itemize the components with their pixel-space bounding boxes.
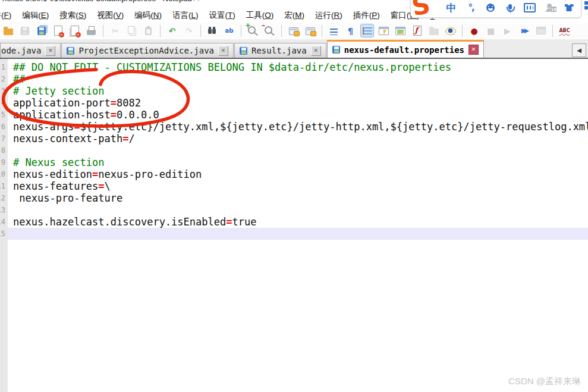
code-line-5: application-host=0.0.0.0	[0, 109, 588, 121]
tab-scroll-left-button[interactable]: ◀	[572, 43, 586, 57]
user-dialog-icon[interactable]	[378, 24, 390, 37]
redo-icon: ↷	[185, 27, 193, 35]
tab-nexus-default-properties[interactable]: nexus-default.properties✕	[327, 40, 484, 58]
close-all-docs-icon[interactable]	[68, 24, 81, 37]
find-icon[interactable]	[206, 24, 219, 37]
ime-toolbox-icon[interactable]	[583, 2, 588, 14]
code-segment: 0.0.0.0	[117, 109, 159, 121]
copy-icon[interactable]	[125, 24, 138, 37]
line-number: 13	[0, 204, 5, 216]
menu-item-language[interactable]: 语言(L)	[167, 8, 204, 23]
cut-icon[interactable]: ✂	[109, 24, 121, 37]
zoom-in-icon	[248, 26, 256, 34]
code-segment: nexus-edition	[13, 168, 92, 180]
word-wrap-icon[interactable]	[328, 24, 340, 37]
sync-vertical-icon	[289, 27, 298, 35]
menu-item-plugins[interactable]: 插件(P)	[348, 8, 385, 23]
tab-close-icon[interactable]: ✕	[218, 46, 228, 56]
ime-emoji-icon[interactable]	[485, 2, 496, 14]
code-line-11: nexus-features=\	[0, 180, 588, 192]
folder-workspace-icon	[429, 29, 439, 35]
code-segment: /	[128, 133, 134, 145]
show-all-characters-icon: ¶	[348, 27, 353, 35]
line-number: 6	[0, 121, 5, 133]
tab-result-java[interactable]: Result.java✕	[234, 43, 326, 58]
ime-chinese-mode-icon[interactable]: 中	[445, 2, 457, 14]
menu-item-edit[interactable]: 编辑(E)	[17, 8, 54, 23]
replace-icon: ab	[225, 28, 234, 34]
menu-item-view[interactable]: 视图(V)	[92, 8, 129, 23]
tab-close-icon[interactable]: ✕	[311, 46, 321, 56]
copy-icon	[128, 26, 134, 34]
save-icon[interactable]	[18, 24, 31, 37]
close-doc-icon[interactable]	[52, 24, 64, 37]
tab-label: nexus-default.properties	[344, 45, 464, 55]
code-segment: ## DO NOT EDIT - CUSTOMIZATIONS BELONG I…	[13, 61, 451, 73]
function-list-icon[interactable]	[411, 24, 423, 37]
indent-guide-icon[interactable]	[361, 24, 373, 37]
sogou-logo-icon[interactable]: S	[410, 0, 432, 20]
ime-chinese-mode-icon: 中	[446, 2, 457, 13]
macro-record-icon[interactable]: ●	[468, 24, 480, 37]
open-file-icon	[4, 29, 13, 35]
tab-projectexceptionadvice-java[interactable]: ProjectExceptionAdvice.java✕	[61, 43, 234, 58]
code-segment: nexus.hazelcast.discovery.isEnabled	[13, 216, 226, 228]
paste-icon[interactable]	[142, 24, 155, 37]
zoom-out-icon[interactable]	[263, 24, 276, 37]
paste-icon	[145, 27, 152, 35]
macro-record-icon: ●	[470, 27, 477, 35]
menu-item-settings[interactable]: 设置(T)	[204, 8, 241, 23]
save-all-icon[interactable]	[35, 24, 48, 37]
save-icon	[332, 46, 340, 54]
macro-stop-icon: ■	[487, 27, 495, 35]
macro-save-icon[interactable]	[534, 24, 547, 37]
tab-label: Result.java	[251, 46, 307, 55]
replace-icon[interactable]: ab	[223, 24, 235, 37]
tab-ode-java[interactable]: ode.java✕	[0, 43, 61, 58]
ime-skin-icon[interactable]	[563, 2, 575, 14]
ime-account-icon[interactable]	[543, 2, 555, 14]
toolbar-separator	[462, 25, 463, 37]
zoom-in-icon[interactable]	[247, 24, 259, 37]
menu-item-file[interactable]: 文件(F)	[0, 8, 17, 23]
ime-account-icon	[546, 8, 553, 12]
code-segment: ${jetty.etc}/jetty.xml,${jetty.etc}/jett…	[80, 121, 588, 133]
folder-workspace-icon[interactable]	[427, 24, 440, 37]
tab-close-icon[interactable]: ✕	[45, 46, 55, 56]
notepad-plus-plus-window: nexus-3.30.1-01\etc\nexus-default.proper…	[0, 0, 588, 392]
spell-check-icon[interactable]: ABC	[558, 24, 571, 37]
menu-item-tools[interactable]: 工具(O)	[241, 8, 279, 23]
macro-play-icon[interactable]: ▶	[501, 24, 514, 37]
save-all-icon	[37, 27, 46, 35]
ime-voice-icon[interactable]	[504, 2, 516, 14]
editor-area[interactable]: ## DO NOT EDIT - CUSTOMIZATIONS BELONG I…	[0, 59, 588, 392]
macro-run-multi-icon[interactable]: ▶▶	[518, 24, 530, 37]
close-doc-icon	[54, 26, 62, 36]
save-icon	[240, 47, 247, 55]
macro-play-icon: ▶	[504, 27, 511, 35]
tab-close-icon[interactable]: ✕	[468, 45, 479, 55]
indent-guide-icon	[363, 27, 372, 35]
redo-icon[interactable]: ↷	[183, 24, 195, 37]
undo-icon[interactable]: ↶	[166, 24, 178, 37]
menu-item-run[interactable]: 运行(R)	[310, 8, 348, 23]
sync-horizontal-icon[interactable]	[304, 24, 316, 37]
tab-label: ProjectExceptionAdvice.java	[78, 46, 214, 55]
ime-soft-keyboard-icon[interactable]	[524, 2, 536, 14]
document-map-icon[interactable]	[394, 24, 407, 37]
menu-item-search[interactable]: 搜索(S)	[54, 8, 92, 23]
sync-horizontal-icon	[306, 27, 315, 35]
sync-vertical-icon[interactable]	[287, 24, 300, 37]
menu-item-encoding[interactable]: 编码(N)	[129, 8, 167, 23]
document-map-icon	[395, 27, 405, 35]
open-file-icon[interactable]	[2, 24, 14, 37]
view-eye-icon	[445, 27, 456, 35]
menu-item-macro[interactable]: 宏(M)	[279, 8, 310, 23]
macro-stop-icon[interactable]: ■	[485, 24, 497, 37]
toolbar-separator	[552, 25, 553, 37]
macro-save-icon	[536, 27, 546, 35]
ime-punctuation-icon[interactable]: °,	[465, 2, 477, 14]
show-all-characters-icon[interactable]: ¶	[344, 24, 357, 37]
print-icon[interactable]	[85, 24, 98, 37]
view-eye-icon[interactable]	[444, 24, 457, 37]
